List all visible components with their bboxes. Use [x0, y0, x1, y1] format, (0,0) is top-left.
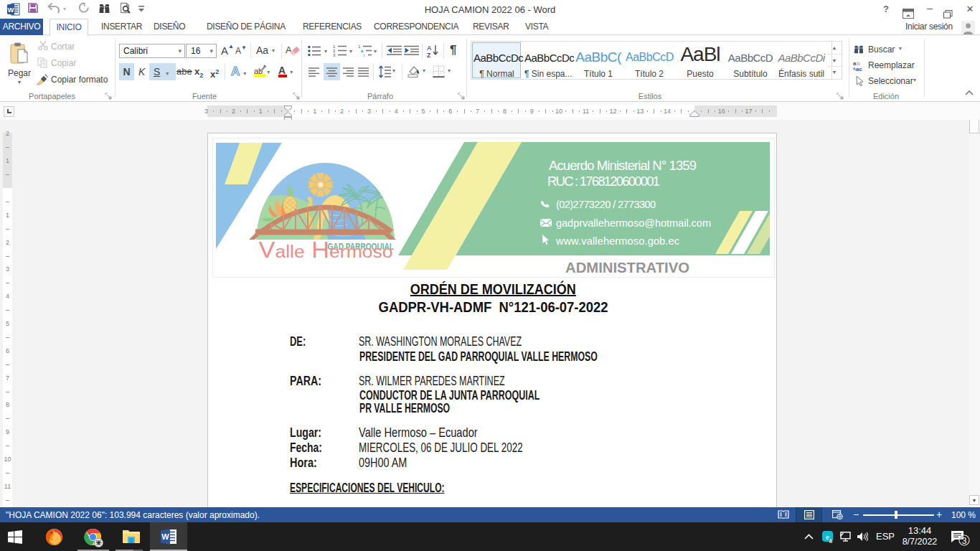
svg-text:3: 3 — [333, 53, 336, 57]
svg-text:e: e — [826, 532, 829, 541]
svg-text:ac: ac — [856, 66, 862, 72]
svg-text:3: 3 — [962, 536, 967, 546]
svg-text:W: W — [161, 532, 169, 541]
svg-text:A: A — [427, 44, 432, 52]
svg-text:gadprvallehermoso@hotmail.com: gadprvallehermoso@hotmail.com — [556, 217, 711, 229]
svg-text:www.vallehermoso.gob.ec: www.vallehermoso.gob.ec — [555, 235, 679, 247]
svg-text:RUC : 1768120600001: RUC : 1768120600001 — [547, 174, 660, 189]
svg-text:ADMINISTRATIVO: ADMINISTRATIVO — [565, 260, 689, 276]
svg-text:(02)2773220 / 2773300: (02)2773220 / 2773300 — [556, 199, 656, 210]
svg-text:i: i — [364, 53, 364, 57]
svg-text:Acuerdo Ministerial N° 1359: Acuerdo Ministerial N° 1359 — [549, 158, 697, 173]
svg-text:A: A — [286, 44, 292, 55]
svg-text:Z: Z — [427, 52, 431, 58]
